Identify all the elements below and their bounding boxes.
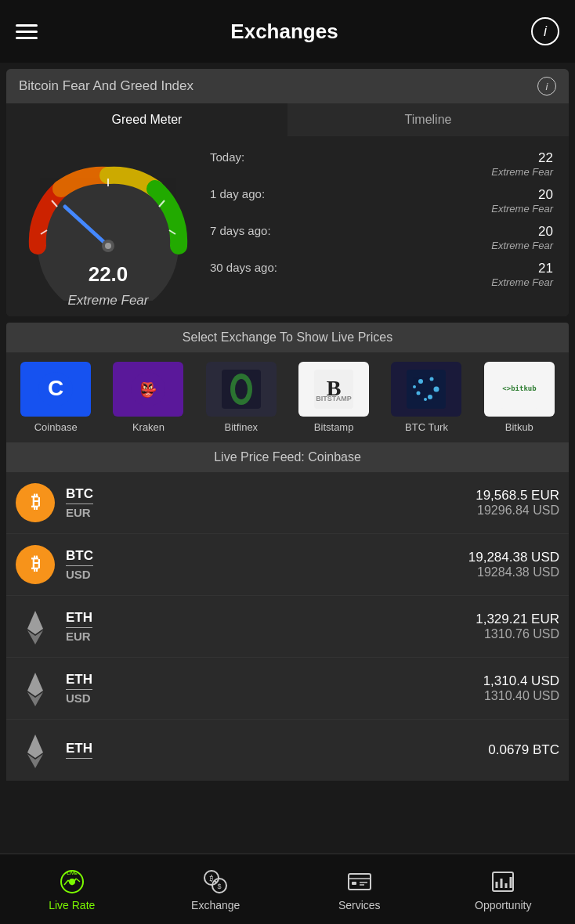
timeline-value-today: 22 [538, 150, 553, 166]
fear-greed-info-button[interactable]: i [537, 77, 556, 96]
btc-eur-base: BTC [66, 486, 93, 504]
nav-live-rate[interactable]: LIVE Live Rate [0, 854, 144, 924]
svg-point-26 [417, 392, 421, 395]
eth-eur-price2: 1310.76 USD [476, 627, 559, 641]
eth-btc-icon [16, 731, 55, 770]
price-row-eth-usd[interactable]: ETH USD 1,310.4 USD 1310.40 USD [6, 658, 569, 720]
exchange-item-bitkub[interactable]: <>bitkub Bitkub [484, 362, 555, 433]
exchange-item-coinbase[interactable]: C Coinbase [20, 362, 91, 433]
svg-point-17 [235, 379, 248, 399]
live-rate-label: Live Rate [49, 899, 95, 911]
btc-eur-price2: 19296.84 USD [476, 504, 559, 518]
svg-marker-35 [27, 673, 43, 696]
fear-greed-card: Bitcoin Fear And Greed Index i Greed Met… [6, 69, 569, 316]
eth-usd-base: ETH [66, 672, 92, 690]
nav-exchange[interactable]: ₿ $ Exchange [144, 854, 288, 924]
nav-services[interactable]: Services [288, 854, 432, 924]
timeline-row-1day: 1 day ago: 20 Extreme Fear [210, 187, 553, 215]
price-row-eth-btc[interactable]: ETH 0.0679 BTC [6, 720, 569, 781]
btc-eur-pair: BTC EUR [66, 486, 476, 519]
services-icon [345, 868, 374, 896]
eth-usd-price2: 1310.40 USD [483, 689, 559, 703]
svg-point-27 [424, 398, 427, 401]
svg-point-24 [434, 387, 439, 392]
exchange-item-btcturk[interactable]: BTC Turk [391, 362, 461, 433]
live-feed-header: Live Price Feed: Coinbase [6, 442, 569, 472]
timeline-row-7days: 7 days ago: 20 Extreme Fear [210, 224, 553, 251]
exchange-icon: ₿ $ [201, 868, 230, 896]
exchange-item-bitstamp[interactable]: BBITSTAMP Bitstamp [298, 362, 369, 433]
svg-point-22 [418, 379, 423, 384]
btc-eur-prices: 19,568.5 EUR 19296.84 USD [476, 488, 559, 518]
timeline-label-7days: 7 days ago: [210, 224, 271, 240]
timeline-sentiment-30days: Extreme Fear [210, 276, 553, 288]
svg-text:$: $ [218, 882, 222, 890]
btc-eur-price1: 19,568.5 EUR [476, 488, 559, 504]
gauge-sentiment-label: Extreme Fear [68, 293, 149, 309]
svg-text:LIVE: LIVE [67, 871, 77, 875]
kraken-logo: 👺 [113, 362, 183, 417]
timeline-row-today: Today: 22 Extreme Fear [210, 150, 553, 178]
svg-rect-53 [352, 882, 356, 885]
timeline-value-1day: 20 [538, 187, 553, 203]
fear-greed-title: Bitcoin Fear And Greed Index [19, 78, 193, 94]
gauge-svg: 22.0 [22, 144, 194, 301]
eth-btc-base: ETH [66, 741, 92, 759]
eth-btc-price1: 0.0679 BTC [488, 742, 559, 758]
fear-greed-tabs: Greed Meter Timeline [6, 103, 569, 136]
btc-usd-prices: 19,284.38 USD 19284.38 USD [468, 550, 559, 579]
svg-point-28 [413, 385, 416, 388]
price-row-btc-eur[interactable]: ₿ BTC EUR 19,568.5 EUR 19296.84 USD [6, 472, 569, 534]
svg-text:₿: ₿ [31, 554, 40, 573]
eth-usd-prices: 1,310.4 USD 1310.40 USD [483, 673, 559, 703]
price-row-eth-eur[interactable]: ETH EUR 1,329.21 EUR 1310.76 USD [6, 596, 569, 658]
services-label: Services [338, 899, 381, 911]
coinbase-label: Coinbase [34, 421, 78, 433]
menu-button[interactable] [16, 24, 38, 39]
svg-rect-21 [407, 370, 446, 409]
eth-eur-icon [16, 607, 55, 646]
coinbase-logo: C [20, 362, 91, 417]
eth-eur-base: ETH [66, 610, 92, 628]
timeline-label-30days: 30 days ago: [210, 261, 277, 276]
opportunity-icon [489, 868, 517, 896]
eth-usd-quote: USD [66, 691, 483, 705]
tab-greed-meter[interactable]: Greed Meter [6, 103, 288, 136]
info-button[interactable]: i [531, 17, 559, 45]
eth-eur-pair: ETH EUR [66, 610, 476, 643]
page-title: Exchanges [230, 20, 338, 44]
svg-text:👺: 👺 [139, 381, 157, 399]
btc-usd-icon: ₿ [16, 545, 55, 584]
gauge-container: 22.0 Extreme Fear [14, 144, 202, 309]
svg-point-23 [430, 377, 434, 381]
nav-opportunity[interactable]: Opportunity [432, 854, 576, 924]
eth-btc-prices: 0.0679 BTC [488, 742, 559, 758]
bitstamp-logo: BBITSTAMP [298, 362, 369, 417]
eth-usd-pair: ETH USD [66, 672, 483, 705]
eth-btc-pair: ETH [66, 741, 488, 760]
exchange-item-bitfinex[interactable]: Bitfinex [206, 362, 277, 433]
fear-greed-header: Bitcoin Fear And Greed Index i [6, 69, 569, 103]
opportunity-label: Opportunity [475, 899, 531, 911]
bitstamp-label: Bitstamp [314, 421, 354, 433]
exchange-grid: C Coinbase 👺 Kraken Bitfinex BBITSTAMP B… [6, 352, 569, 442]
header: Exchanges i [0, 0, 575, 63]
svg-text:₿: ₿ [209, 875, 213, 882]
exchange-item-kraken[interactable]: 👺 Kraken [113, 362, 183, 433]
svg-line-50 [215, 881, 216, 882]
svg-line-42 [64, 880, 68, 885]
price-row-btc-usd[interactable]: ₿ BTC USD 19,284.38 USD 19284.38 USD [6, 534, 569, 596]
btc-usd-quote: USD [66, 568, 468, 581]
eth-usd-icon [16, 669, 55, 708]
exchange-label: Exchange [191, 899, 240, 911]
btc-icon: ₿ [16, 483, 55, 522]
tab-timeline[interactable]: Timeline [288, 103, 569, 136]
svg-text:₿: ₿ [31, 492, 40, 511]
eth-eur-prices: 1,329.21 EUR 1310.76 USD [476, 612, 559, 641]
svg-text:C: C [48, 376, 63, 400]
btcturk-label: BTC Turk [405, 421, 448, 433]
price-list: ₿ BTC EUR 19,568.5 EUR 19296.84 USD ₿ BT… [6, 472, 569, 781]
svg-line-45 [76, 879, 80, 882]
btc-usd-price1: 19,284.38 USD [468, 550, 559, 565]
btc-usd-base: BTC [66, 548, 93, 566]
